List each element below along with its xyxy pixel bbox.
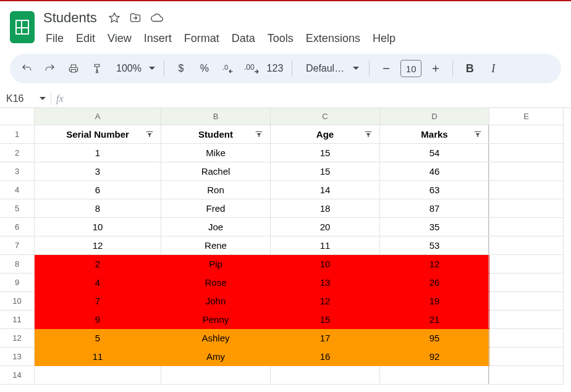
cell[interactable]: Penny <box>161 311 271 329</box>
cell[interactable]: 10 <box>271 255 380 273</box>
cell[interactable]: 12 <box>271 292 380 311</box>
cell[interactable]: 13 <box>271 273 380 292</box>
cell[interactable] <box>489 199 564 218</box>
cell[interactable]: 20 <box>271 218 380 236</box>
star-icon[interactable] <box>108 12 121 24</box>
sheets-logo-icon[interactable] <box>10 11 35 43</box>
col-header-c[interactable]: C <box>271 108 380 125</box>
cell[interactable] <box>489 255 564 273</box>
cell[interactable]: 9 <box>35 311 161 329</box>
cell[interactable] <box>489 144 564 162</box>
row-header[interactable]: 8 <box>0 255 35 273</box>
col-header-b[interactable]: B <box>161 108 271 125</box>
cell[interactable]: Rachel <box>161 162 271 181</box>
cell[interactable]: 92 <box>380 348 489 366</box>
cell[interactable] <box>271 366 380 385</box>
undo-button[interactable] <box>16 58 37 79</box>
name-box[interactable]: K16 <box>0 93 37 104</box>
cell[interactable]: 5 <box>35 329 161 348</box>
cell[interactable] <box>489 181 564 199</box>
percent-button[interactable]: % <box>194 58 215 79</box>
menu-tools[interactable]: Tools <box>263 30 298 48</box>
cell[interactable]: Fred <box>161 199 271 218</box>
menu-format[interactable]: Format <box>179 30 224 48</box>
cell[interactable]: 17 <box>271 329 380 348</box>
cell[interactable]: Ashley <box>161 329 271 348</box>
cell[interactable]: 12 <box>35 236 161 255</box>
cell[interactable]: Pip <box>161 255 271 273</box>
decrease-font-size-button[interactable] <box>376 58 397 79</box>
cell[interactable]: 16 <box>271 348 380 366</box>
redo-button[interactable] <box>40 58 61 79</box>
cell[interactable]: 15 <box>271 162 380 181</box>
cell[interactable] <box>489 273 564 292</box>
print-button[interactable] <box>63 58 84 79</box>
cell[interactable]: Ron <box>161 181 271 199</box>
filter-icon[interactable] <box>254 130 264 140</box>
cell[interactable]: 53 <box>380 236 489 255</box>
cell[interactable] <box>489 218 564 236</box>
cell[interactable] <box>489 329 564 348</box>
cell[interactable]: 18 <box>271 199 380 218</box>
italic-button[interactable]: I <box>483 58 504 79</box>
cell[interactable] <box>35 366 161 385</box>
row-header[interactable]: 4 <box>0 181 35 199</box>
cell[interactable]: 10 <box>35 218 161 236</box>
header-cell[interactable]: Age <box>271 125 380 144</box>
cell[interactable]: 26 <box>380 273 489 292</box>
cell[interactable]: Amy <box>161 348 271 366</box>
row-header[interactable]: 12 <box>0 329 35 348</box>
cell[interactable] <box>161 366 271 385</box>
cell[interactable] <box>489 366 564 385</box>
paint-format-button[interactable] <box>87 58 108 79</box>
row-header[interactable]: 2 <box>0 144 35 162</box>
col-header-d[interactable]: D <box>380 108 489 125</box>
cell[interactable]: Rene <box>161 236 271 255</box>
select-all-corner[interactable] <box>0 108 35 125</box>
row-header[interactable]: 14 <box>0 366 35 385</box>
move-icon[interactable] <box>129 12 142 24</box>
col-header-e[interactable]: E <box>489 108 564 125</box>
cell[interactable] <box>489 162 564 181</box>
menu-data[interactable]: Data <box>227 30 260 48</box>
cell[interactable]: 11 <box>35 348 161 366</box>
menu-view[interactable]: View <box>103 30 137 48</box>
cell[interactable]: 63 <box>380 181 489 199</box>
cell[interactable]: 15 <box>271 311 380 329</box>
filter-icon[interactable] <box>473 130 483 140</box>
cell[interactable]: 19 <box>380 292 489 311</box>
cell[interactable]: 15 <box>271 144 380 162</box>
name-box-dropdown-icon[interactable] <box>37 96 48 102</box>
bold-button[interactable]: B <box>459 58 480 79</box>
cell[interactable]: 54 <box>380 144 489 162</box>
header-cell[interactable]: Serial Number <box>35 125 161 144</box>
cell[interactable]: 35 <box>380 218 489 236</box>
menu-edit[interactable]: Edit <box>71 30 100 48</box>
row-header[interactable]: 13 <box>0 348 35 366</box>
row-header[interactable]: 5 <box>0 199 35 218</box>
header-cell[interactable]: Student <box>161 125 271 144</box>
row-header[interactable]: 9 <box>0 273 35 292</box>
cell[interactable]: 2 <box>35 255 161 273</box>
cell[interactable]: 87 <box>380 199 489 218</box>
header-cell[interactable]: Marks <box>380 125 489 144</box>
cell[interactable] <box>489 292 564 311</box>
cell[interactable]: 8 <box>35 199 161 218</box>
cell[interactable]: 12 <box>380 255 489 273</box>
cell[interactable]: 1 <box>35 144 161 162</box>
menu-insert[interactable]: Insert <box>139 30 177 48</box>
cell[interactable]: 4 <box>35 273 161 292</box>
increase-font-size-button[interactable] <box>425 58 446 79</box>
cell[interactable]: 21 <box>380 311 489 329</box>
font-family-dropdown[interactable]: Defaul… <box>298 58 363 79</box>
cell[interactable]: Rose <box>161 273 271 292</box>
cell[interactable] <box>489 236 564 255</box>
row-header[interactable]: 7 <box>0 236 35 255</box>
filter-icon[interactable] <box>363 130 373 140</box>
cell[interactable]: 95 <box>380 329 489 348</box>
cell[interactable] <box>489 125 564 144</box>
cell[interactable] <box>489 348 564 366</box>
cell[interactable]: 11 <box>271 236 380 255</box>
font-size-input[interactable]: 10 <box>400 60 421 77</box>
increase-decimal-button[interactable]: .00 <box>241 58 262 79</box>
